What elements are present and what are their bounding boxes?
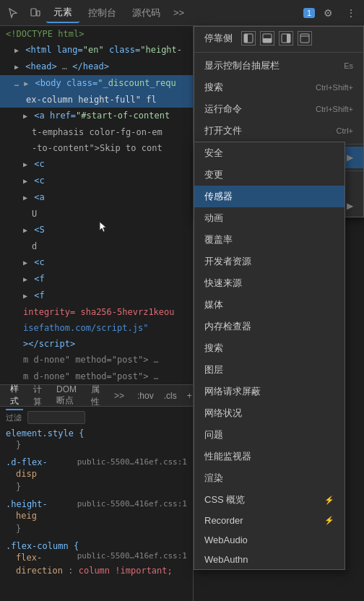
element-style-close: }	[6, 438, 187, 451]
settings-icon[interactable]: ⚙	[318, 3, 338, 23]
menu-css-overview[interactable]: CSS 概览 ⚡	[194, 489, 344, 511]
svg-rect-0	[31, 9, 36, 16]
menu-security[interactable]: 安全	[194, 142, 344, 164]
tab-properties[interactable]: 属性	[87, 382, 104, 410]
device-icon[interactable]	[25, 3, 45, 23]
arrow-icon: ▶	[23, 160, 27, 168]
svg-rect-7	[287, 34, 290, 43]
dom-form1: m d-none" method="post"> …	[0, 352, 193, 368]
dock-left-icon[interactable]	[241, 31, 256, 46]
tab-dom-breakpoints[interactable]: DOM 断点	[52, 383, 81, 408]
height-prop: heig	[6, 509, 187, 522]
flex-col-selector: .flex-column { public-5500…416ef.css:1	[6, 541, 187, 551]
tab-computed[interactable]: 计算	[29, 382, 46, 410]
menu-media[interactable]: 媒体	[194, 294, 344, 316]
dom-doctype: <!DOCTYPE html>	[0, 26, 193, 42]
add-rule-button[interactable]: +	[184, 389, 194, 402]
dom-c3[interactable]: ▶ <c	[0, 254, 193, 271]
dock-icons	[241, 31, 312, 46]
menu-open-file[interactable]: 打开文件 Ctrl+	[194, 120, 363, 142]
menu-layers[interactable]: 图层	[194, 359, 344, 381]
tab-elements[interactable]: 元素	[46, 3, 79, 23]
notification-badge: 1	[303, 8, 315, 18]
menu-rendering[interactable]: 渲染	[194, 467, 344, 489]
dom-c1[interactable]: ▶ <c	[0, 156, 193, 173]
styles-panel: 过滤 element.style { } .d-flex- public-550…	[0, 407, 193, 587]
dflex-selector: .d-flex- public-5500…416ef.css:1	[6, 457, 187, 467]
arrow-icon: ▶	[23, 112, 27, 120]
menu-animation[interactable]: 动画	[194, 207, 344, 229]
arrow-icon: ▶	[14, 46, 19, 54]
dom-body-cont: ex-column height-full" fl	[0, 92, 193, 108]
dock-bottom-icon[interactable]	[260, 31, 274, 46]
more-tabs-button[interactable]: >>	[169, 4, 188, 21]
bottom-controls: :hov .cls + 📌 📥 ⬜	[134, 389, 194, 402]
arrow-icon: ▶	[24, 79, 28, 87]
dom-body[interactable]: … ▶ <body class="_discount_requ	[0, 75, 193, 92]
arrow-icon: ▶	[23, 177, 27, 185]
svg-rect-3	[244, 34, 248, 43]
height-close: }	[6, 522, 187, 535]
filter-row: 过滤	[6, 411, 187, 424]
menu-quick-source[interactable]: 快速来源	[194, 272, 344, 294]
cls-button[interactable]: .cls	[161, 389, 180, 402]
style-rule-element: element.style { }	[6, 428, 187, 451]
filter-input[interactable]	[27, 411, 85, 424]
devtools-toolbar: 元素 控制台 源代码 >> 1 ⚙ ⋮	[0, 0, 364, 26]
menu-issues[interactable]: 问题	[194, 424, 344, 446]
dom-html[interactable]: ▶ <html lang="en" class="height-	[0, 42, 193, 59]
menu-divider-1	[194, 52, 363, 53]
dock-window-icon[interactable]	[298, 31, 312, 46]
svg-rect-1	[37, 11, 40, 16]
menu-dock[interactable]: 停靠侧	[194, 27, 363, 50]
dom-script-close: ></script>	[0, 336, 193, 352]
menu-sensors[interactable]: 传感器	[194, 186, 344, 207]
style-rule-height: .height- public-5500…416ef.css:1 heig }	[6, 499, 187, 535]
menu-run-command[interactable]: 运行命令 Ctrl+Shift+	[194, 98, 363, 120]
svg-rect-5	[263, 38, 272, 43]
tab-console[interactable]: 控制台	[81, 4, 124, 22]
menu-search[interactable]: 搜索	[194, 337, 344, 359]
menu-dev-resources[interactable]: 开发者资源	[194, 251, 344, 272]
dflex-close: }	[6, 480, 187, 493]
menu-show-console-drawer[interactable]: 显示控制台抽屉栏 Es	[194, 55, 363, 77]
menu-search-cm[interactable]: 搜索 Ctrl+Shift+	[194, 77, 363, 98]
menu-coverage[interactable]: 覆盖率	[194, 229, 344, 251]
disp-prop: disp	[6, 467, 187, 480]
dom-f1[interactable]: ▶ <f	[0, 271, 193, 287]
dom-d: d	[0, 238, 193, 254]
dom-f2[interactable]: ▶ <f	[0, 287, 193, 304]
submenu-arrow-icon: ▶	[347, 152, 353, 163]
tab-sources[interactable]: 源代码	[125, 4, 168, 22]
tab-styles[interactable]: 样式	[6, 381, 23, 410]
menu-request-blocking[interactable]: 网络请求屏蔽	[194, 381, 344, 402]
dom-script-integrity: integrity= sha256-5hevrz1keou	[0, 304, 193, 320]
arrow-icon: ▶	[23, 275, 27, 283]
hov-button[interactable]: :hov	[134, 389, 157, 402]
height-selector: .height- public-5500…416ef.css:1	[6, 499, 187, 509]
arrow-icon: ▶	[23, 292, 27, 300]
bottom-tabs-bar: 样式 计算 布局 事件监听器 DOM 断点 属性 >> :hov .cls + …	[0, 385, 193, 407]
inspect-icon[interactable]	[3, 3, 23, 23]
arrow-icon: ▶	[14, 63, 19, 71]
dom-s[interactable]: ▶ <S	[0, 222, 193, 238]
menu-recorder[interactable]: Recorder ⚡	[194, 511, 344, 530]
menu-memory-inspector[interactable]: 内存检查器	[194, 316, 344, 337]
dom-c2[interactable]: ▶ <c	[0, 173, 193, 189]
menu-webaudio[interactable]: WebAudio	[194, 530, 344, 550]
dom-a2[interactable]: ▶ <a	[0, 189, 193, 206]
menu-changes[interactable]: 变更	[194, 164, 344, 186]
dom-a1[interactable]: ▶ <a href="#start-of-content	[0, 108, 193, 124]
dock-right-icon[interactable]	[279, 31, 293, 46]
dom-u: U	[0, 206, 193, 222]
arrow-icon: ▶	[23, 259, 27, 267]
element-style-selector: element.style {	[6, 428, 187, 438]
menu-network-conditions[interactable]: 网络状况	[194, 402, 344, 424]
more-options-icon[interactable]: ⋮	[341, 3, 361, 23]
more-tabs-bottom[interactable]: >>	[110, 389, 129, 402]
filter-label: 过滤	[6, 412, 22, 423]
dom-script-src[interactable]: isefathom.com/script.js"	[0, 320, 193, 336]
menu-performance-monitor[interactable]: 性能监视器	[194, 446, 344, 467]
menu-webauthn[interactable]: WebAuthn	[194, 550, 344, 569]
dom-head[interactable]: ▶ <head> … </head>	[0, 59, 193, 75]
